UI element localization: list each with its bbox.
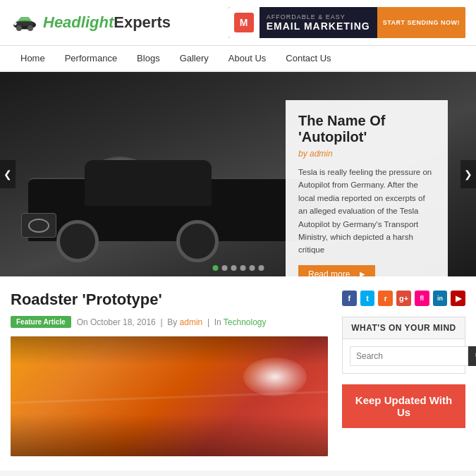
hero-next-arrow[interactable]: ❯ (460, 160, 476, 188)
hero-overlay-card: The Name Of 'Autopilot' by admin Tesla i… (286, 100, 448, 276)
nav-item-home[interactable]: Home (11, 46, 55, 71)
article-meta: Feature Article On October 18, 2016 | By… (11, 316, 328, 328)
mailget-logo: M (234, 13, 254, 32)
hero-dot-4[interactable] (240, 265, 245, 271)
hero-dot-5[interactable] (249, 265, 255, 271)
hero-slide-title: The Name Of 'Autopilot' (298, 113, 435, 145)
svg-point-5 (13, 22, 17, 25)
hero-dot-2[interactable] (221, 265, 227, 271)
social-icon-youtube[interactable]: ▶ (451, 291, 465, 306)
hero-dot-6[interactable] (258, 265, 264, 271)
social-icons-bar: f t r g+ fl in ▶ (342, 291, 465, 306)
svg-marker-4 (18, 17, 32, 21)
social-icon-googleplus[interactable]: g+ (396, 291, 411, 306)
logo[interactable]: HeadlightExperts (11, 13, 171, 32)
sidebar-whats-on-mind: WHAT'S ON YOUR MIND 🔍 (342, 317, 465, 374)
sidebar: f t r g+ fl in ▶ WHAT'S ON YOUR MIND 🔍 K… (342, 291, 465, 456)
article-content: Roadster 'Prototype' Feature Article On … (11, 291, 328, 456)
hero-slider: The Name Of 'Autopilot' by admin Tesla i… (0, 72, 476, 276)
hero-readmore-button[interactable]: Read more... (298, 265, 375, 276)
mailget-banner[interactable]: M AFFORDABLE & EASY EMAIL MARKETING STAR… (228, 7, 465, 38)
site-header: HeadlightExperts M AFFORDABLE & EASY EMA… (0, 0, 476, 46)
mailget-tagline: AFFORDABLE & EASY (267, 13, 370, 20)
nav-list: Home Performance Blogs Gallery About Us … (11, 46, 465, 71)
article-date: On October 18, 2016 | By admin | In Tech… (77, 317, 267, 327)
hero-wheel-left (56, 220, 99, 262)
keep-updated-button[interactable]: Keep Updated With Us (342, 384, 465, 428)
nav-item-about[interactable]: About Us (219, 46, 276, 71)
search-button[interactable]: 🔍 (468, 346, 476, 366)
social-icon-twitter[interactable]: t (360, 291, 375, 306)
mailget-cta-button[interactable]: START SENDING NOW! (377, 7, 465, 38)
mailget-text-block: AFFORDABLE & EASY EMAIL MARKETING (260, 13, 377, 32)
logo-experts: Experts (114, 13, 171, 31)
social-icon-rss[interactable]: r (378, 291, 393, 306)
mailget-icon: M (228, 7, 260, 38)
social-icon-facebook[interactable]: f (342, 291, 357, 306)
logo-headlight: Headlight (43, 13, 114, 31)
hero-prev-arrow[interactable]: ❮ (0, 160, 16, 188)
hero-dots (212, 265, 264, 271)
logo-car-icon (11, 13, 39, 32)
nav-item-performance[interactable]: Performance (55, 46, 127, 71)
feature-badge: Feature Article (11, 316, 71, 328)
nav-link-blogs[interactable]: Blogs (127, 46, 170, 71)
main-nav: Home Performance Blogs Gallery About Us … (0, 46, 476, 72)
nav-link-gallery[interactable]: Gallery (170, 46, 219, 71)
main-content: Roadster 'Prototype' Feature Article On … (0, 276, 476, 470)
article-image (11, 336, 328, 456)
hero-grille (21, 213, 56, 238)
sidebar-whats-on-mind-title: WHAT'S ON YOUR MIND (343, 317, 465, 339)
social-icon-flickr[interactable]: fl (415, 291, 429, 306)
search-input[interactable] (350, 346, 468, 366)
hero-grille-emblem (28, 219, 49, 233)
article-author-link[interactable]: admin (180, 317, 203, 327)
nav-item-blogs[interactable]: Blogs (127, 46, 170, 71)
nav-link-performance[interactable]: Performance (55, 46, 127, 71)
svg-rect-1 (16, 21, 33, 25)
nav-link-contact[interactable]: Contact Us (276, 46, 341, 71)
article-title: Roadster 'Prototype' (11, 291, 328, 309)
hero-wheel-right (176, 220, 219, 262)
svg-point-3 (28, 25, 33, 31)
hero-dot-3[interactable] (231, 265, 236, 271)
nav-item-contact[interactable]: Contact Us (276, 46, 341, 71)
search-row: 🔍 (343, 339, 465, 373)
nav-link-home[interactable]: Home (11, 46, 55, 71)
svg-point-2 (16, 25, 22, 31)
nav-link-about[interactable]: About Us (219, 46, 276, 71)
hero-slide-author: by admin (298, 149, 435, 159)
nav-item-gallery[interactable]: Gallery (170, 46, 219, 71)
hero-car-roof (85, 160, 212, 206)
mailget-service: EMAIL MARKETING (267, 20, 370, 32)
article-category-link[interactable]: Technology (224, 317, 267, 327)
hero-dot-1[interactable] (212, 265, 218, 271)
article-date-text: On October 18, 2016 (77, 317, 156, 327)
social-icon-linkedin[interactable]: in (433, 291, 448, 306)
hero-slide-desc: Tesla is really feeling the pressure on … (298, 166, 435, 257)
